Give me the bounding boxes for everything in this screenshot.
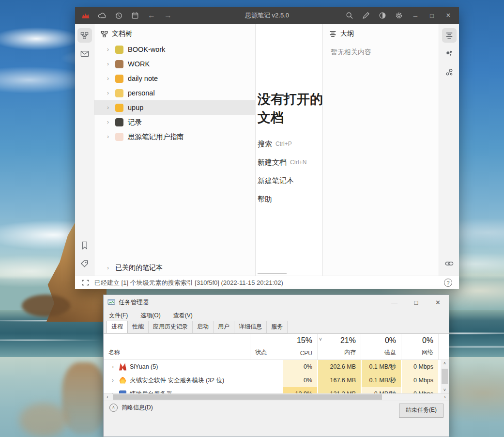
expand-chevron-icon[interactable]: › [105, 265, 111, 271]
editor-action-link[interactable]: 新建笔记本 [258, 172, 322, 190]
back-icon[interactable]: ← [147, 11, 156, 20]
taskmgr-titlebar[interactable]: 任务管理器 — □ ✕ [104, 295, 449, 310]
wallpaper-rock [22, 295, 70, 317]
taskmgr-close-button[interactable]: ✕ [427, 295, 449, 310]
expand-chevron-icon[interactable]: › [105, 46, 111, 53]
scroll-up-icon[interactable]: ˄ [443, 360, 446, 367]
history-icon[interactable] [114, 11, 123, 20]
editor-action-link[interactable]: 搜索 Ctrl+P [258, 135, 322, 153]
closed-notebooks-item[interactable]: › 已关闭的笔记本 [94, 261, 255, 275]
expand-chevron-icon[interactable]: › [105, 90, 111, 96]
link-dock-icon[interactable] [442, 256, 457, 271]
notebook-item[interactable]: › personal [94, 86, 255, 100]
process-network: 0 Mbps [401, 387, 438, 393]
no-open-document-title: 没有打开的文档 [258, 90, 322, 127]
taskmgr-tab[interactable]: 性能 [127, 321, 149, 333]
doc-tree-header-icon [101, 31, 108, 38]
close-button[interactable]: × [444, 11, 453, 20]
action-label[interactable]: 新建文档 [258, 158, 287, 167]
taskmgr-maximize-button[interactable]: □ [405, 295, 427, 310]
process-row[interactable]: › 火绒安全软件 安全服务模块 (32 位) 0% 167.6 MB 0.1 M… [104, 374, 449, 387]
process-row[interactable]: › 纬地后台服务器 12.9% 121.2 MB 0 MB/秒 0 Mbps [104, 387, 449, 393]
action-label[interactable]: 新建笔记本 [258, 176, 294, 186]
daily-note-icon[interactable] [131, 11, 139, 20]
tag-dock-icon[interactable] [77, 256, 92, 271]
outline-dock-icon[interactable] [442, 28, 457, 43]
editor-action-link[interactable]: 新建文档 Ctrl+N [258, 153, 322, 172]
fewer-details-icon[interactable]: ˄ [109, 404, 118, 412]
maximize-button[interactable]: □ [428, 11, 436, 20]
doc-tree-dock-icon[interactable] [77, 28, 92, 43]
settings-gear-icon[interactable] [395, 11, 403, 20]
notebook-emoji-icon [115, 133, 123, 141]
minimize-button[interactable]: – [411, 11, 420, 20]
process-icon [119, 390, 126, 393]
notebook-item[interactable]: › upup [94, 100, 255, 115]
action-label[interactable]: 帮助 [258, 195, 272, 204]
row-expand-chevron-icon[interactable]: › [110, 363, 116, 370]
notebook-item[interactable]: › WORK [94, 57, 255, 71]
taskmgr-title: 任务管理器 [119, 298, 149, 307]
siyuan-titlebar[interactable]: ← → 思源笔记 v2.5.0 – □ × [75, 7, 459, 24]
expand-chevron-icon[interactable]: › [105, 75, 111, 82]
theme-toggle-icon[interactable] [378, 11, 387, 20]
graph-dock-icon[interactable] [442, 65, 457, 79]
edit-pencil-icon[interactable] [362, 11, 370, 20]
scroll-left-icon[interactable]: ‹ [104, 394, 111, 400]
taskmgr-menubar: 文件(F)选项(O)查看(V) [104, 310, 449, 321]
expand-chevron-icon[interactable]: › [105, 133, 111, 140]
sync-cloud-icon[interactable] [98, 11, 107, 20]
column-header-status[interactable]: 状态 [250, 334, 282, 359]
row-expand-chevron-icon[interactable]: › [110, 377, 116, 384]
taskmgr-tab[interactable]: 应用历史记录 [148, 321, 193, 333]
vertical-scrollbar[interactable]: ˄ ˅ [441, 360, 449, 393]
search-icon[interactable] [345, 11, 354, 20]
taskmgr-tab[interactable]: 服务 [266, 321, 288, 333]
expand-chevron-icon[interactable]: › [105, 119, 111, 125]
inbox-mail-dock-icon[interactable] [77, 47, 92, 61]
menu-item[interactable]: 查看(V) [173, 312, 193, 320]
column-header-name[interactable]: 名称 [104, 334, 250, 359]
scroll-right-icon[interactable]: › [441, 394, 449, 400]
process-status [250, 374, 282, 387]
notebook-item[interactable]: › 记录 [94, 115, 255, 129]
horizontal-scroll-thumb[interactable] [113, 394, 382, 400]
action-label[interactable]: 搜索 [258, 140, 272, 149]
notebook-item[interactable]: › BOOK-work [94, 42, 255, 57]
vertical-scroll-thumb[interactable] [442, 369, 448, 384]
siyuan-status-bar: 已经建立 [1] 个块级元素的搜索索引 [310f5f0] (2022-11-1… [75, 276, 459, 289]
notebook-label: 思源笔记用户指南 [128, 132, 184, 141]
taskmgr-tab[interactable]: 进程 [107, 321, 128, 333]
help-icon[interactable]: ? [444, 279, 452, 287]
expand-chevron-icon[interactable]: › [105, 104, 111, 111]
taskmgr-tab[interactable]: 启动 [192, 321, 214, 333]
column-header-network[interactable]: 0% 网络 [401, 334, 438, 359]
column-header-disk[interactable]: 0% 磁盘 [361, 334, 401, 359]
menu-item[interactable]: 选项(O) [140, 312, 160, 320]
outline-header-icon [329, 31, 336, 37]
fewer-details-label[interactable]: 简略信息(D) [122, 404, 153, 412]
scroll-down-icon[interactable]: ˅ [443, 387, 446, 393]
editor-horizontal-scrollbar[interactable] [258, 273, 287, 274]
notebook-item[interactable]: › 思源笔记用户指南 [94, 129, 255, 144]
horizontal-scrollbar[interactable]: ‹ › [104, 393, 449, 401]
row-expand-chevron-icon[interactable]: › [110, 390, 116, 393]
taskmgr-minimize-button[interactable]: — [383, 295, 405, 310]
taskmgr-tab[interactable]: 详细信息 [234, 321, 267, 333]
process-row[interactable]: › SiYuan (5) 0% 202.6 MB 0.1 MB/秒 0 Mbps [104, 360, 449, 374]
action-shortcut: Ctrl+P [275, 140, 292, 147]
end-task-button[interactable]: 结束任务(E) [399, 404, 443, 418]
backlinks-dock-icon[interactable] [442, 47, 457, 61]
bookmark-dock-icon[interactable] [77, 238, 92, 252]
column-header-cpu[interactable]: 15% CPU [282, 334, 317, 359]
forward-icon[interactable]: → [164, 11, 172, 20]
taskmgr-tab[interactable]: 用户 [213, 321, 234, 333]
expand-chevron-icon[interactable]: › [105, 61, 111, 67]
column-header-memory[interactable]: ˅ 21% 内存 [317, 334, 361, 359]
notebook-item[interactable]: › daily note [94, 71, 255, 86]
process-cpu: 0% [282, 374, 317, 387]
editor-action-link[interactable]: 帮助 [258, 190, 322, 208]
notebook-emoji-icon [115, 89, 123, 97]
doc-tree-title: 文档树 [112, 30, 132, 38]
menu-item[interactable]: 文件(F) [109, 312, 128, 320]
